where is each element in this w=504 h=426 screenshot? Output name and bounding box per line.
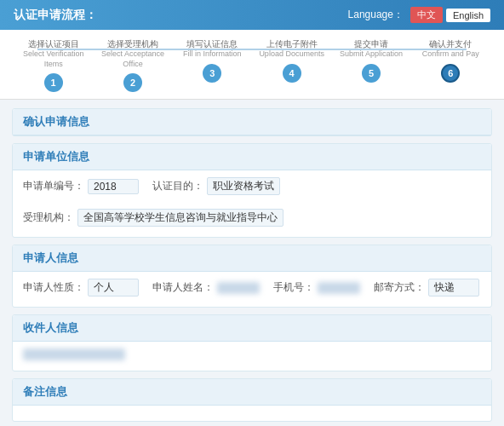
applicant-name-value [217, 282, 260, 294]
applicant-address-value: 快递 [428, 279, 479, 296]
recipient-body [13, 342, 491, 371]
step-4-en: Upload Documents [259, 49, 324, 60]
recipient-value [23, 348, 125, 360]
step-6: 确认并支付 Confirm and Pay 6 [411, 38, 490, 83]
applicant-type-item: 申请人性质： 个人 [23, 279, 139, 296]
confirm-section-header: 确认申请信息 [13, 109, 491, 135]
steps-container: 选择认证项目 Select Verification Items 1 选择受理机… [0, 30, 504, 100]
step-5-zh: 提交申请 [340, 38, 403, 49]
step-4-zh: 上传电子附件 [259, 38, 324, 49]
step-3-en: Fill in Information [183, 49, 242, 60]
applicant-phone-item: 手机号： [273, 279, 360, 296]
step-2: 选择受理机构 Select Acceptance Office 2 [93, 38, 172, 92]
applicant-phone-value [318, 282, 360, 294]
step-4-label: 上传电子附件 Upload Documents [259, 38, 324, 60]
language-switcher: Language： 中文 English [348, 7, 490, 23]
step-5: 提交申请 Submit Application 5 [331, 38, 410, 83]
step-4: 上传电子附件 Upload Documents 4 [252, 38, 331, 83]
step-1-label: 选择认证项目 Select Verification Items [14, 38, 93, 69]
apply-unit-section: 申请单位信息 申请单编号： 2018 认证目的： 职业资格考试 受理机构： 全国… [12, 143, 492, 238]
remarks-body [13, 406, 491, 421]
recipient-row [23, 348, 481, 360]
steps-row: 选择认证项目 Select Verification Items 1 选择受理机… [14, 38, 490, 92]
applicant-name-item: 申请人姓名： [152, 279, 260, 296]
step-1-zh: 选择认证项目 [14, 38, 93, 49]
step-2-label: 选择受理机构 Select Acceptance Office [93, 38, 172, 69]
recipient-section: 收件人信息 [12, 314, 492, 371]
cert-purpose-label: 认证目的： [152, 179, 203, 193]
confirm-section: 确认申请信息 [12, 108, 492, 136]
step-5-circle: 5 [362, 64, 381, 83]
applicant-row1: 申请人性质： 个人 申请人姓名： 手机号： 邮寄方式： 快递 [23, 279, 481, 296]
step-3-label: 填写认证信息 Fill in Information [183, 38, 242, 60]
language-label: Language： [348, 8, 404, 22]
order-value: 2018 [88, 179, 139, 194]
recipient-header: 收件人信息 [13, 315, 491, 342]
step-2-circle: 2 [123, 73, 142, 92]
top-bar: 认证申请流程： Language： 中文 English [0, 0, 504, 30]
applicant-section: 申请人信息 申请人性质： 个人 申请人姓名： 手机号： 邮寄方式： [12, 245, 492, 308]
applicant-phone-label: 手机号： [273, 280, 314, 295]
office-value: 全国高等学校学生信息咨询与就业指导中心 [77, 209, 284, 227]
main-content: 确认申请信息 申请单位信息 申请单编号： 2018 认证目的： 职业资格考试 受… [0, 100, 504, 426]
step-5-en: Submit Application [340, 49, 403, 60]
step-6-label: 确认并支付 Confirm and Pay [422, 38, 479, 60]
applicant-type-value: 个人 [88, 279, 139, 296]
applicant-address-label: 邮寄方式： [374, 280, 425, 295]
apply-unit-body: 申请单编号： 2018 认证目的： 职业资格考试 受理机构： 全国高等学校学生信… [13, 170, 491, 237]
step-4-circle: 4 [283, 64, 301, 83]
step-2-zh: 选择受理机构 [93, 38, 172, 49]
office-label: 受理机构： [23, 210, 74, 225]
cert-purpose-value: 职业资格考试 [207, 177, 280, 195]
applicant-name-label: 申请人姓名： [152, 280, 214, 295]
remarks-section: 备注信息 [12, 378, 492, 422]
step-1-en: Select Verification Items [14, 49, 93, 69]
step-6-zh: 确认并支付 [422, 38, 479, 49]
applicant-address-item: 邮寄方式： 快递 [374, 279, 479, 296]
applicant-body: 申请人性质： 个人 申请人姓名： 手机号： 邮寄方式： 快递 [13, 272, 491, 307]
applicant-type-label: 申请人性质： [23, 280, 84, 295]
step-1-circle: 1 [44, 73, 63, 92]
cert-purpose-item: 认证目的： 职业资格考试 [152, 177, 280, 195]
step-2-en: Select Acceptance Office [93, 49, 172, 69]
step-6-circle: 6 [441, 64, 460, 83]
page-title: 认证申请流程： [14, 8, 97, 23]
office-item: 受理机构： 全国高等学校学生信息咨询与就业指导中心 [23, 209, 284, 227]
apply-unit-header: 申请单位信息 [13, 144, 491, 170]
applicant-header: 申请人信息 [13, 245, 491, 272]
step-5-label: 提交申请 Submit Application [340, 38, 403, 60]
apply-unit-row1: 申请单编号： 2018 认证目的： 职业资格考试 受理机构： 全国高等学校学生信… [23, 177, 481, 227]
step-3: 填写认证信息 Fill in Information 3 [173, 38, 252, 83]
lang-zh-button[interactable]: 中文 [410, 7, 443, 23]
lang-en-button[interactable]: English [446, 9, 490, 22]
step-3-zh: 填写认证信息 [183, 38, 242, 49]
step-6-en: Confirm and Pay [422, 49, 479, 60]
order-label: 申请单编号： [23, 179, 84, 193]
remarks-header: 备注信息 [13, 379, 491, 406]
step-1: 选择认证项目 Select Verification Items 1 [14, 38, 93, 92]
step-3-circle: 3 [203, 64, 221, 83]
order-item: 申请单编号： 2018 [23, 177, 139, 195]
